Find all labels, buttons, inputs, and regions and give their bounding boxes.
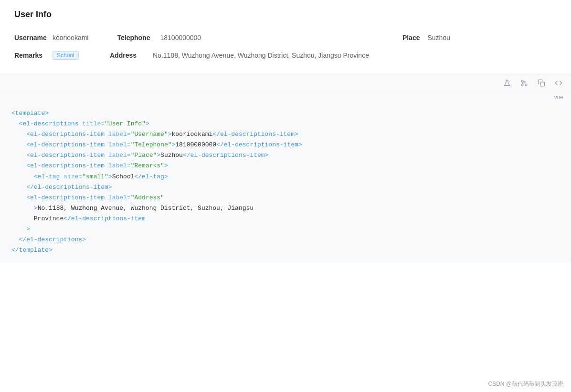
svg-rect-4 bbox=[540, 82, 545, 86]
code-line-9: <el-descriptions-item label="Address" bbox=[11, 193, 560, 203]
code-line-3: <el-descriptions-item label="Username">k… bbox=[11, 129, 560, 140]
code-line-7: <el-tag size="small">School</el-tag> bbox=[11, 172, 560, 182]
username-label: Username bbox=[14, 34, 53, 41]
code-toolbar bbox=[0, 74, 571, 92]
code-panel: vue <template> <el-descriptions title="U… bbox=[0, 74, 571, 263]
code-lang-badge: vue bbox=[0, 92, 571, 101]
code-line-11: Province</el-descriptions-item bbox=[11, 214, 560, 224]
address-label: Address bbox=[110, 52, 153, 59]
info-row-2: Remarks School Address No.1188, Wuzhong … bbox=[14, 46, 557, 64]
telephone-value: 18100000000 bbox=[160, 34, 236, 41]
address-value: No.1188, Wuzhong Avenue, Wuzhong Distric… bbox=[153, 52, 398, 59]
code-line-12: > bbox=[11, 224, 560, 235]
code-content: <template> <el-descriptions title="User … bbox=[0, 101, 571, 263]
panel-title: User Info bbox=[14, 10, 557, 20]
code-line-5: <el-descriptions-item label="Place">Suzh… bbox=[11, 150, 560, 161]
copy-icon[interactable] bbox=[537, 78, 546, 88]
remarks-value: School bbox=[53, 51, 110, 60]
place-value: Suzhou bbox=[427, 34, 478, 41]
svg-point-2 bbox=[521, 80, 523, 82]
svg-point-3 bbox=[521, 84, 523, 86]
username-value: kooriookami bbox=[53, 34, 117, 41]
place-label: Place bbox=[236, 34, 427, 41]
code-expand-icon[interactable] bbox=[554, 78, 563, 88]
code-line-8: </el-descriptions-item> bbox=[11, 182, 560, 193]
svg-point-1 bbox=[525, 84, 527, 86]
remarks-label: Remarks bbox=[14, 52, 53, 59]
info-row-1: Username kooriookami Telephone 181000000… bbox=[14, 29, 557, 46]
code-line-2: <el-descriptions title="User Info"> bbox=[11, 119, 560, 129]
code-line-1: <template> bbox=[11, 108, 560, 119]
code-line-13: </el-descriptions> bbox=[11, 235, 560, 245]
code-line-14: </template> bbox=[11, 245, 560, 256]
svg-point-0 bbox=[506, 80, 507, 81]
code-line-4: <el-descriptions-item label="Telephone">… bbox=[11, 140, 560, 150]
user-info-panel: User Info Username kooriookami Telephone… bbox=[0, 0, 571, 74]
git-icon[interactable] bbox=[519, 78, 529, 88]
school-tag: School bbox=[53, 51, 79, 60]
code-line-10: >No.1188, Wuzhong Avenue, Wuzhong Distri… bbox=[11, 203, 560, 214]
flask-icon[interactable] bbox=[502, 78, 512, 88]
telephone-label: Telephone bbox=[117, 34, 160, 41]
code-line-6: <el-descriptions-item label="Remarks"> bbox=[11, 161, 560, 171]
